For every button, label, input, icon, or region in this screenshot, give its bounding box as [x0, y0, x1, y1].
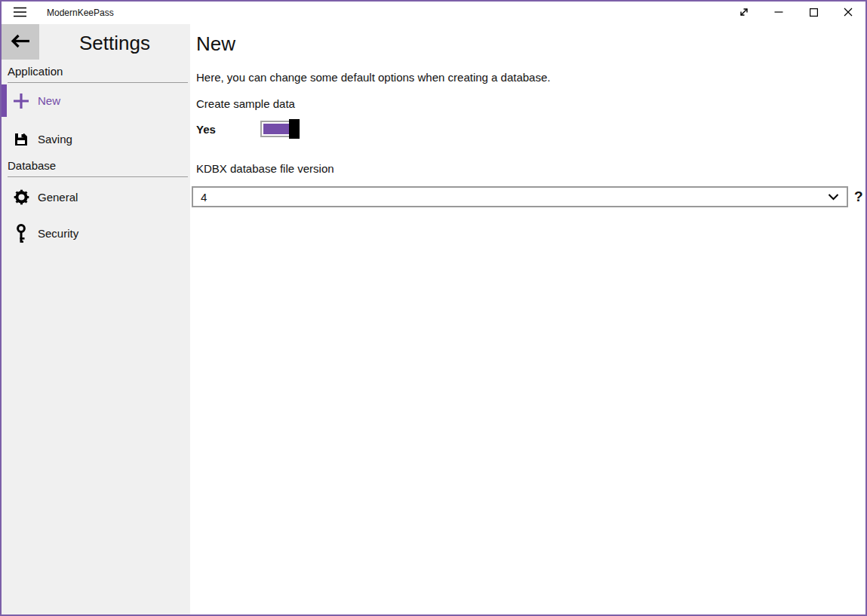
- close-icon: [844, 8, 853, 19]
- key-icon: [12, 224, 30, 244]
- close-button[interactable]: [831, 2, 865, 24]
- minimize-button[interactable]: [761, 2, 796, 24]
- kdbx-version-dropdown[interactable]: 4: [192, 186, 848, 207]
- sidebar-item-saving[interactable]: Saving: [2, 123, 190, 155]
- back-button[interactable]: [2, 24, 39, 60]
- gear-icon: [12, 189, 30, 205]
- save-icon: [12, 132, 30, 147]
- app-window: ModernKeePass: [0, 0, 867, 616]
- create-sample-data-label: Create sample data: [196, 97, 295, 110]
- selection-indicator: [2, 84, 7, 117]
- app-title: ModernKeePass: [47, 8, 114, 18]
- maximize-button[interactable]: [796, 2, 831, 24]
- kdbx-version-label: KDBX database file version: [196, 162, 334, 175]
- create-sample-data-row: Yes: [196, 118, 298, 140]
- sidebar-item-new[interactable]: New: [2, 84, 190, 117]
- settings-sidebar: Settings Application New: [2, 24, 190, 614]
- sidebar-item-general[interactable]: General: [2, 181, 190, 213]
- toggle-knob[interactable]: [289, 119, 300, 139]
- kdbx-version-help-button[interactable]: ?: [854, 188, 863, 205]
- chevron-down-icon: [828, 194, 839, 201]
- titlebar: ModernKeePass: [2, 2, 865, 24]
- sidebar-item-label: Security: [38, 227, 78, 240]
- toggle-state-label: Yes: [196, 123, 260, 136]
- page-description: Here, you can change some default option…: [196, 71, 550, 84]
- kdbx-version-selected-value: 4: [201, 191, 828, 204]
- page-title: New: [196, 32, 235, 56]
- create-sample-data-toggle[interactable]: [260, 121, 298, 137]
- sidebar-title: Settings: [39, 30, 190, 56]
- app-body: Settings Application New: [2, 24, 865, 614]
- minimize-icon: [774, 8, 783, 19]
- sidebar-item-label: Saving: [38, 133, 72, 146]
- back-arrow-icon: [11, 34, 30, 51]
- section-header-application: Application: [8, 65, 188, 83]
- plus-icon: [12, 93, 30, 109]
- sidebar-item-label: New: [38, 94, 60, 107]
- diagonal-resize-icon: [739, 7, 749, 20]
- hamburger-icon: [14, 7, 26, 20]
- fullscreen-button[interactable]: [727, 2, 761, 24]
- maximize-icon: [810, 8, 818, 19]
- section-header-database: Database: [8, 159, 188, 177]
- sidebar-item-security[interactable]: Security: [2, 217, 190, 250]
- hamburger-menu-button[interactable]: [2, 2, 38, 24]
- window-controls: [727, 2, 865, 24]
- settings-page-new: New Here, you can change some default op…: [190, 24, 865, 614]
- sidebar-item-label: General: [38, 191, 78, 204]
